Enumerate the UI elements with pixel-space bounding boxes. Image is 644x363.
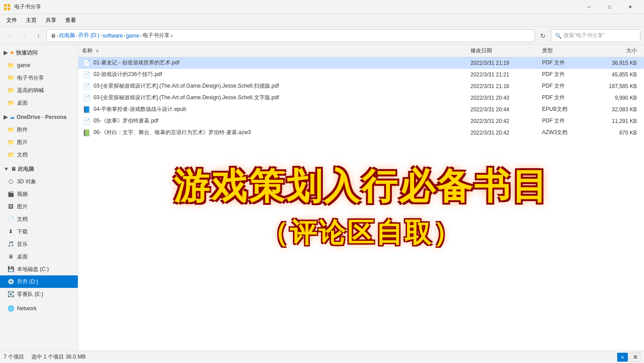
bc-dropdown-arrow[interactable]: ∨ bbox=[170, 34, 174, 38]
forward-button[interactable]: › bbox=[18, 30, 30, 42]
view-tiles-button[interactable]: ⊞ bbox=[630, 353, 640, 362]
onedrive-header[interactable]: ▶ ☁ OneDrive - Persona bbox=[0, 111, 78, 123]
sidebar-label-drive-d: 乔乔 (D:) bbox=[17, 278, 38, 286]
file-list: 名称 ∧ 修改日期 类型 大小 📄 01-屠龙记 - 创造游戏世界的艺术.pdf… bbox=[78, 45, 644, 350]
sidebar-label-attachments: 附件 bbox=[17, 126, 28, 134]
table-row[interactable]: 📄 05-《故事》罗伯特麦基.pdf 2022/3/31 20:42 PDF 文… bbox=[78, 115, 644, 127]
file-size: 9,990 KB bbox=[596, 95, 640, 101]
file-date: 2022/3/31 21:16 bbox=[470, 83, 542, 89]
file-date: 2022/3/31 21:21 bbox=[470, 72, 542, 78]
refresh-button[interactable]: ↻ bbox=[537, 30, 549, 42]
sidebar-label-downloads: 下载 bbox=[17, 228, 28, 236]
file-type: PDF 文件 bbox=[542, 59, 596, 67]
sidebar-item-music[interactable]: 🎵 音乐 bbox=[0, 238, 78, 250]
file-type: PDF 文件 bbox=[542, 94, 596, 101]
sidebar-label-drive-e: 零番队 (E:) bbox=[17, 291, 43, 298]
file-type: EPUB文档 bbox=[542, 106, 596, 113]
onedrive-arrow: ▶ bbox=[4, 114, 8, 120]
video-icon: 🎬 bbox=[7, 190, 14, 198]
breadcrumb-game[interactable]: game bbox=[126, 33, 140, 39]
table-row[interactable]: 📄 03-[全景探秘游戏设计艺术].(The.Art.of.Game.Desig… bbox=[78, 92, 644, 104]
menu-file[interactable]: 文件 bbox=[2, 15, 21, 26]
sidebar-item-downloads[interactable]: ⬇ 下载 bbox=[0, 225, 78, 238]
table-row[interactable]: 📄 03-[全景探秘游戏设计艺术].(The.Art.of.Game.Desig… bbox=[78, 80, 644, 92]
minimize-button[interactable]: ─ bbox=[579, 0, 599, 14]
search-box[interactable]: 🔍 搜索"电子书分享" bbox=[551, 30, 640, 42]
close-button[interactable]: ✕ bbox=[620, 0, 640, 14]
table-row[interactable]: 📄 01-屠龙记 - 创造游戏世界的艺术.pdf 2022/3/31 21:19… bbox=[78, 57, 644, 69]
folder-icon: 📁 bbox=[7, 74, 14, 81]
drive-d-icon: 💿 bbox=[7, 278, 14, 285]
folder-icon: 📁 bbox=[7, 62, 14, 69]
network-icon: 🌐 bbox=[7, 305, 14, 312]
breadcrumb-current: 电子书分享 bbox=[143, 32, 169, 39]
view-details-button[interactable]: ≡ bbox=[617, 353, 628, 362]
bc-arrow-2: › bbox=[100, 34, 102, 38]
sidebar-item-drive-d[interactable]: 💿 乔乔 (D:) bbox=[0, 275, 78, 288]
file-name: 01-屠龙记 - 创造游戏世界的艺术.pdf bbox=[93, 59, 470, 67]
file-name: 03-[全景探秘游戏设计艺术].(The.Art.of.Game.Design)… bbox=[93, 82, 470, 90]
up-button[interactable]: ↑ bbox=[32, 30, 45, 42]
col-header-date[interactable]: 修改日期 bbox=[470, 47, 542, 55]
sidebar-label-drive-c: 本地磁盘 (C:) bbox=[17, 266, 49, 273]
sidebar-item-video[interactable]: 🎬 视频 bbox=[0, 188, 78, 200]
file-type: PDF 文件 bbox=[542, 82, 596, 90]
col-header-size[interactable]: 大小 bbox=[596, 47, 640, 55]
file-name: 02-游戏设计的236个技巧.pdf bbox=[93, 71, 470, 78]
folder-icon: 📁 bbox=[7, 139, 14, 146]
sidebar-item-drive-c[interactable]: 💾 本地磁盘 (C:) bbox=[0, 263, 78, 275]
search-placeholder: 搜索"电子书分享" bbox=[564, 32, 605, 39]
quick-access-label: 快速访问 bbox=[16, 49, 38, 57]
breadcrumb-pc[interactable]: 此电脑 bbox=[59, 32, 75, 39]
breadcrumb-drive[interactable]: 乔乔 (D:) bbox=[78, 32, 99, 39]
sidebar-item-desktop-qa[interactable]: 📁 桌面 bbox=[0, 97, 78, 109]
onedrive-section: ▶ ☁ OneDrive - Persona 📁 附件 📁 图片 📁 文档 bbox=[0, 111, 78, 161]
music-icon: 🎵 bbox=[7, 241, 14, 248]
sidebar-item-pictures-od[interactable]: 📁 图片 bbox=[0, 136, 78, 148]
thispc-header[interactable]: ▼ 🖥 此电脑 bbox=[0, 163, 78, 175]
breadcrumb-bar[interactable]: 🖥 › 此电脑 › 乔乔 (D:) › software › game › 电子… bbox=[47, 30, 535, 42]
maximize-button[interactable]: □ bbox=[599, 0, 620, 14]
sidebar-label-video: 视频 bbox=[17, 190, 28, 198]
file-size: 36,915 KB bbox=[596, 60, 640, 66]
file-size: 11,291 KB bbox=[596, 118, 640, 124]
drive-e-icon: 💽 bbox=[7, 291, 14, 298]
sidebar-label-docs: 文档 bbox=[17, 215, 28, 223]
table-row[interactable]: 📗 06-《对白：文字、舞台、银幕的言语行为艺术》罗伯特·麦基.azw3 202… bbox=[78, 127, 644, 139]
table-row[interactable]: 📄 02-游戏设计的236个技巧.pdf 2022/3/31 21:21 PDF… bbox=[78, 69, 644, 80]
sidebar-item-3d[interactable]: ⬡ 3D 对象 bbox=[0, 175, 78, 188]
menu-view[interactable]: 查看 bbox=[61, 15, 80, 26]
sidebar-item-pictures[interactable]: 🖼 图片 bbox=[0, 200, 78, 213]
search-icon: 🔍 bbox=[555, 33, 562, 39]
sidebar-item-docs-od[interactable]: 📁 文档 bbox=[0, 148, 78, 161]
sidebar-item-ebooks[interactable]: 📁 电子书分享 bbox=[0, 72, 78, 84]
menu-home[interactable]: 主页 bbox=[21, 15, 41, 26]
address-bar: ‹ › ↑ 🖥 › 此电脑 › 乔乔 (D:) › software › gam… bbox=[0, 27, 644, 45]
sidebar-item-desktop[interactable]: 🖥 桌面 bbox=[0, 250, 78, 263]
file-icon: 📄 bbox=[82, 117, 91, 126]
sidebar-item-docs[interactable]: 📄 文档 bbox=[0, 213, 78, 225]
file-date: 2022/3/31 20:43 bbox=[470, 95, 542, 101]
sidebar-item-network[interactable]: 🌐 Network bbox=[0, 302, 78, 315]
sidebar-label-network: Network bbox=[17, 305, 37, 312]
bc-arrow-0: › bbox=[57, 34, 58, 38]
sidebar-label-game: game bbox=[17, 62, 30, 68]
file-date: 2022/3/31 20:42 bbox=[470, 130, 542, 136]
col-header-type[interactable]: 类型 bbox=[542, 47, 596, 55]
window-controls: ─ □ ✕ bbox=[579, 0, 640, 14]
quick-access-header[interactable]: ▶ ★ 快速访问 bbox=[0, 46, 78, 59]
breadcrumb-software[interactable]: software bbox=[102, 33, 123, 39]
back-button[interactable]: ‹ bbox=[4, 30, 16, 42]
sidebar-item-attachments[interactable]: 📁 附件 bbox=[0, 123, 78, 136]
file-date: 2022/3/31 20:42 bbox=[470, 118, 542, 124]
file-list-header: 名称 ∧ 修改日期 类型 大小 bbox=[78, 45, 644, 57]
file-size: 45,855 KB bbox=[596, 72, 640, 78]
col-header-name[interactable]: 名称 ∧ bbox=[82, 47, 470, 55]
overlay-title: 游戏策划入行必备书目 bbox=[174, 167, 549, 206]
status-right: ≡ ⊞ bbox=[617, 353, 640, 362]
sidebar-item-drive-e[interactable]: 💽 零番队 (E:) bbox=[0, 288, 78, 300]
sidebar-item-shout[interactable]: 📁 遥高的呐喊 bbox=[0, 84, 78, 97]
sidebar-item-game[interactable]: 📁 game bbox=[0, 59, 78, 72]
menu-share[interactable]: 共享 bbox=[41, 15, 61, 26]
table-row[interactable]: 📘 04-平衡掌控者-游戏数值战斗设计.epub 2022/3/31 20:44… bbox=[78, 104, 644, 115]
